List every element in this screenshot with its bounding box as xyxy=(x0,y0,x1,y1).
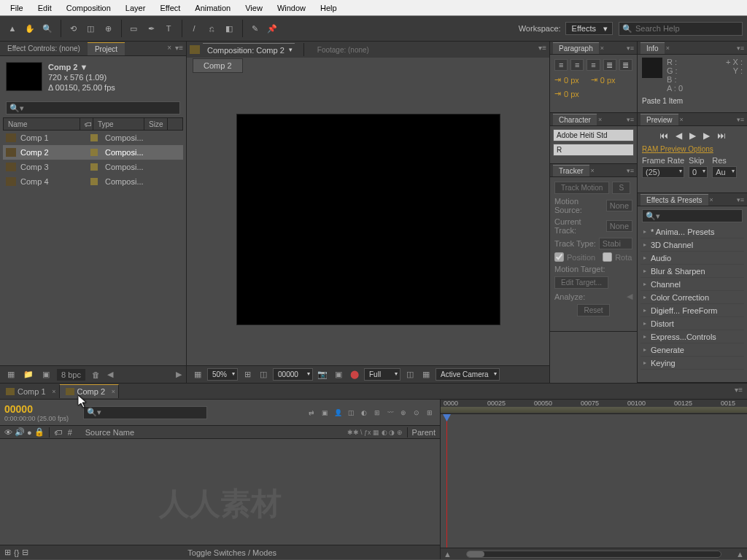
track-motion-button[interactable]: Track Motion xyxy=(554,182,609,194)
stabilize-button[interactable]: S xyxy=(612,182,630,194)
resolution-dropdown[interactable]: Full xyxy=(364,368,400,381)
zoom-tool-icon[interactable]: 🔍 xyxy=(39,20,55,36)
search-help-input[interactable] xyxy=(635,24,739,33)
indent-left-value[interactable]: 0 px xyxy=(564,76,579,85)
panel-menu-icon[interactable]: ▾≡ xyxy=(175,44,183,52)
justify-icon[interactable]: ≣ xyxy=(619,59,632,71)
show-snapshot-icon[interactable]: ▣ xyxy=(332,368,345,381)
menu-effect[interactable]: Effect xyxy=(152,1,187,15)
align-right-icon[interactable]: ≡ xyxy=(587,59,600,71)
audio-icon[interactable]: 🔊 xyxy=(15,427,25,437)
skip-dropdown[interactable]: 0 xyxy=(689,166,708,178)
menu-help[interactable]: Help xyxy=(313,1,344,15)
effect-category[interactable]: ▸Channel xyxy=(640,278,744,291)
effect-category[interactable]: ▸* Anima... Presets xyxy=(640,225,744,238)
align-center-icon[interactable]: ≡ xyxy=(570,59,584,71)
menu-view[interactable]: View xyxy=(238,1,270,15)
switch-icon[interactable]: ⊞ xyxy=(424,407,436,419)
menu-composition[interactable]: Composition xyxy=(59,1,118,15)
selection-tool-icon[interactable]: ▲ xyxy=(4,20,20,36)
frame-rate-dropdown[interactable]: (25) xyxy=(642,166,684,178)
new-comp-icon[interactable]: ▣ xyxy=(39,368,53,381)
mask-icon[interactable]: ◫ xyxy=(257,368,270,381)
motion-blur-icon[interactable]: ◐ xyxy=(358,407,370,419)
effect-controls-tab[interactable]: Effect Controls: (none) xyxy=(0,42,88,55)
effect-category[interactable]: ▸Audio xyxy=(640,252,744,265)
eraser-tool-icon[interactable]: ◧ xyxy=(221,20,237,36)
rotate-tool-icon[interactable]: ⟲ xyxy=(65,20,81,36)
col-label-icon[interactable]: 🏷 xyxy=(80,118,93,130)
new-folder-icon[interactable]: 📁 xyxy=(22,368,35,381)
menu-animation[interactable]: Animation xyxy=(187,1,238,15)
res-dropdown[interactable]: Au xyxy=(712,166,736,178)
project-item[interactable]: Comp 4Composi... xyxy=(3,174,183,189)
motion-source-dropdown[interactable]: None xyxy=(606,200,632,211)
close-icon[interactable]: × xyxy=(167,44,171,52)
brainstorm-icon[interactable]: ⊞ xyxy=(371,407,383,419)
effect-category[interactable]: ▸Distort xyxy=(640,317,744,330)
project-item[interactable]: Comp 3Composi... xyxy=(3,160,183,174)
grid-icon[interactable]: ⊞ xyxy=(241,368,254,381)
comp-mini-flowchart-icon[interactable]: ⇄ xyxy=(306,407,317,419)
menu-window[interactable]: Window xyxy=(270,1,313,15)
close-icon[interactable]: × xyxy=(112,388,115,395)
bpc-display[interactable]: 8 bpc xyxy=(57,369,85,381)
frame-blend-icon[interactable]: ◫ xyxy=(345,407,357,419)
solo-icon[interactable]: ● xyxy=(27,428,32,437)
align-left-icon[interactable]: ≡ xyxy=(554,59,568,71)
always-preview-icon[interactable]: ▦ xyxy=(191,368,204,381)
close-icon[interactable]: × xyxy=(52,388,55,395)
pan-behind-tool-icon[interactable]: ⊕ xyxy=(100,20,116,36)
puppet-tool-icon[interactable]: 📌 xyxy=(264,20,280,36)
col-size[interactable]: Size xyxy=(144,118,168,130)
panel-menu-icon[interactable]: ▾≡ xyxy=(627,116,634,123)
toggle-switches-button[interactable]: Toggle Switches / Modes xyxy=(187,548,276,557)
first-frame-icon[interactable]: ⏮ xyxy=(659,131,668,141)
trash-icon[interactable]: 🗑 xyxy=(90,368,103,381)
next-frame-icon[interactable]: ▶ xyxy=(703,131,710,141)
camera-tool-icon[interactable]: ◫ xyxy=(82,20,98,36)
timeline-graph[interactable]: 0000 00025 00050 00075 00100 00125 0015 … xyxy=(441,400,747,559)
timeline-search[interactable]: 🔍▾ xyxy=(83,406,207,419)
menu-edit[interactable]: Edit xyxy=(31,1,59,15)
search-help-box[interactable]: 🔍 xyxy=(619,22,743,36)
timeline-tab[interactable]: Comp 1× xyxy=(0,385,60,398)
project-item[interactable]: Comp 1Composi... xyxy=(3,131,183,145)
rect-tool-icon[interactable]: ▭ xyxy=(125,20,142,36)
prev-frame-icon[interactable]: ◀ xyxy=(676,131,682,141)
shy-icon[interactable]: 👤 xyxy=(332,407,344,419)
timeline-tab[interactable]: Comp 2× xyxy=(60,384,120,398)
col-name[interactable]: Name xyxy=(4,118,80,130)
brush-tool-icon[interactable]: / xyxy=(186,20,202,36)
col-type[interactable]: Type xyxy=(93,118,144,130)
justify-last-left-icon[interactable]: ≣ xyxy=(603,59,616,71)
panel-menu-icon[interactable]: ▾≡ xyxy=(737,44,744,52)
effect-category[interactable]: ▸3D Channel xyxy=(640,238,744,252)
expand-icon[interactable]: {} xyxy=(14,548,19,557)
workspace-dropdown[interactable]: Effects xyxy=(565,22,613,35)
font-family-dropdown[interactable]: Adobe Heiti Std xyxy=(553,129,634,141)
effect-category[interactable]: ▸Color Correction xyxy=(640,291,744,304)
timeline-navigator[interactable]: ▲ ▲ xyxy=(441,548,747,559)
switch-icon[interactable]: ⊙ xyxy=(411,407,422,419)
roto-tool-icon[interactable]: ✎ xyxy=(247,20,263,36)
switch-icon[interactable]: ⊕ xyxy=(398,407,409,419)
project-search[interactable]: 🔍▾ xyxy=(6,101,180,114)
panel-menu-icon[interactable]: ▾≡ xyxy=(737,196,744,203)
hand-tool-icon[interactable]: ✋ xyxy=(22,20,38,36)
time-display[interactable]: 00000 xyxy=(273,368,313,381)
project-item[interactable]: Comp 2Composi... xyxy=(3,145,183,160)
play-icon[interactable]: ▶ xyxy=(689,131,696,141)
label-icon[interactable]: 🏷 xyxy=(54,428,62,437)
effect-category[interactable]: ▸Digieff... FreeForm xyxy=(640,304,744,317)
project-tab[interactable]: Project xyxy=(88,42,125,55)
menu-layer[interactable]: Layer xyxy=(118,1,153,15)
effect-category[interactable]: ▸Blur & Sharpen xyxy=(640,265,744,278)
clone-tool-icon[interactable]: ⎌ xyxy=(204,20,220,36)
snapshot-icon[interactable]: 📷 xyxy=(316,368,329,381)
viewer-comp-dropdown[interactable]: Composition: Comp 2 xyxy=(203,43,295,57)
layer-list[interactable]: 人人素材 xyxy=(0,439,440,545)
transparency-icon[interactable]: ▦ xyxy=(419,368,433,381)
eye-icon[interactable]: 👁 xyxy=(4,428,12,437)
expand-icon[interactable]: ⊟ xyxy=(22,548,28,557)
